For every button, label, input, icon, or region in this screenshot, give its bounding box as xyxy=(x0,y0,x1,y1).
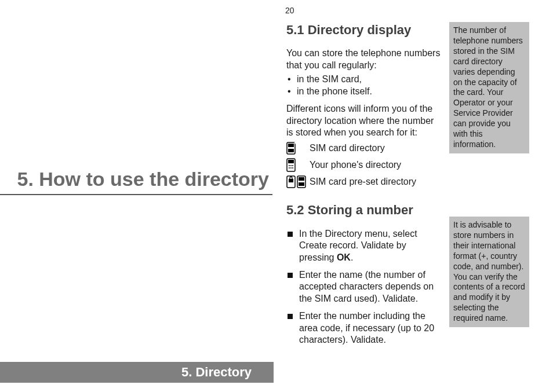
page-number: 20 xyxy=(285,6,294,15)
icon-row-preset: SIM card pre-set directory xyxy=(286,175,442,188)
ok-key-label: OK xyxy=(337,252,351,262)
svg-point-5 xyxy=(289,165,290,166)
section-5-2: 5.2 Storing a number In the Directory me… xyxy=(286,202,442,346)
svg-rect-2 xyxy=(288,149,294,152)
storage-bullet-list: in the SIM card, in the phone itself. xyxy=(286,74,442,97)
side-note-international-format: It is advisable to store numbers in thei… xyxy=(449,217,529,327)
list-item: in the phone itself. xyxy=(286,86,442,97)
sim-card-icon xyxy=(286,142,310,155)
svg-rect-1 xyxy=(288,144,294,147)
icons-intro-paragraph: Different icons will inform you of the d… xyxy=(286,103,442,138)
chapter-title: 5. How to use the directory xyxy=(0,168,272,194)
side-note-sim-capacity: The number of telephone numbers stored i… xyxy=(449,22,529,153)
icon-row-sim: SIM card directory xyxy=(286,142,442,155)
list-item: Enter the number including the area code… xyxy=(286,310,442,346)
preset-sim-icon xyxy=(286,175,310,188)
step-text: In the Directory menu, select Create rec… xyxy=(299,229,417,262)
list-item: in the SIM card, xyxy=(286,74,442,85)
svg-rect-4 xyxy=(288,160,294,163)
main-column: 5.1 Directory display You can store the … xyxy=(286,22,442,352)
svg-point-6 xyxy=(290,165,292,166)
footer-bar: 5. Directory xyxy=(0,362,274,383)
chapter-title-block: 5. How to use the directory xyxy=(0,168,272,195)
list-item: Enter the name (the number of accepted c… xyxy=(286,269,442,305)
section-5-2-heading: 5.2 Storing a number xyxy=(286,202,442,218)
step-text: Enter the number including the area code… xyxy=(299,311,434,345)
section-5-1-heading: 5.1 Directory display xyxy=(286,22,442,38)
svg-rect-14 xyxy=(299,177,304,181)
sim-card-label: SIM card directory xyxy=(310,142,442,154)
preset-sim-label: SIM card pre-set directory xyxy=(310,176,442,188)
svg-point-7 xyxy=(292,165,293,166)
svg-rect-15 xyxy=(299,182,304,186)
svg-rect-12 xyxy=(289,179,293,182)
phone-directory-label: Your phone's directory xyxy=(310,159,442,171)
list-item: In the Directory menu, select Create rec… xyxy=(286,228,442,263)
step-text-post: . xyxy=(351,252,353,262)
icon-row-phone: Your phone's directory xyxy=(286,158,442,172)
step-text: Enter the name (the number of accepted c… xyxy=(299,270,434,303)
footer-label: 5. Directory xyxy=(181,365,252,380)
phone-icon xyxy=(286,158,310,172)
svg-point-9 xyxy=(290,167,292,168)
svg-point-8 xyxy=(289,167,290,168)
steps-list: In the Directory menu, select Create rec… xyxy=(286,228,442,346)
section-5-1-intro: You can store the telephone numbers that… xyxy=(286,47,442,71)
svg-point-10 xyxy=(292,167,293,168)
